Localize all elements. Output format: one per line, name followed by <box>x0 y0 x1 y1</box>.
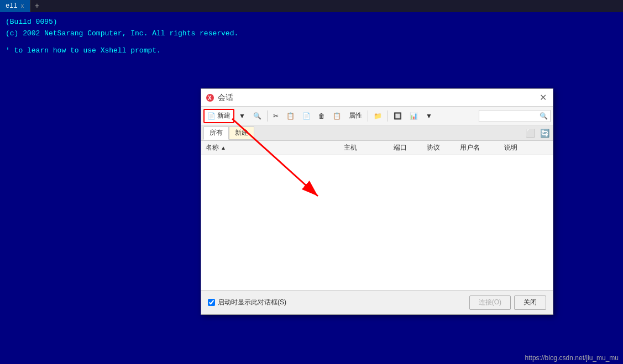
tabs-bar: 所有 新建 ⬜ 🔄 <box>201 125 553 141</box>
copy-button[interactable]: 📋 <box>283 109 298 123</box>
taskbar-tab[interactable]: ell x <box>0 0 30 12</box>
search-button[interactable]: 🔍 <box>250 109 265 123</box>
search-input[interactable] <box>481 112 540 120</box>
properties-button[interactable]: 属性 <box>345 109 365 123</box>
tab-add-button[interactable]: + <box>30 2 44 10</box>
list-icon: 📊 <box>410 112 418 120</box>
terminal-line-3: ' to learn how to use Xshell prompt. <box>6 45 238 57</box>
paste-button[interactable]: 📄 <box>299 109 314 123</box>
tab-new[interactable]: 新建 <box>229 126 254 140</box>
new-dropdown-button[interactable]: ▼ <box>235 109 249 123</box>
search-box: 🔍 <box>479 110 551 122</box>
close-session-button[interactable]: 关闭 <box>514 296 546 310</box>
dialog-titlebar: X 会话 ✕ <box>201 89 553 107</box>
tab-new-label: 新建 <box>235 128 248 138</box>
delete-button[interactable]: 🗑 <box>315 109 328 123</box>
cut-icon: ✂ <box>273 112 279 120</box>
new-session-button[interactable]: 📄 新建 <box>203 109 234 123</box>
connect-button[interactable]: 连接(O) <box>469 296 511 310</box>
dialog-footer: 启动时显示此对话框(S) 连接(O) 关闭 <box>201 290 553 314</box>
toolbar-sep-1 <box>267 110 268 122</box>
tabs-icon-button-1[interactable]: ⬜ <box>524 127 536 139</box>
startup-checkbox[interactable] <box>208 299 215 306</box>
session-dialog: X 会话 ✕ 📄 新建 ▼ 🔍 ✂ 📋 📄 🗑 <box>201 88 553 315</box>
tab-close-icon[interactable]: x <box>21 3 24 9</box>
cut-button[interactable]: ✂ <box>270 109 282 123</box>
tabs-refresh-button[interactable]: 🔄 <box>538 127 551 139</box>
duplicate-button[interactable]: 📋 <box>329 109 344 123</box>
dialog-close-button[interactable]: ✕ <box>537 92 548 103</box>
session-table: 名称 ▲ 主机 端口 协议 用户名 说明 <box>201 141 553 290</box>
toolbar-sep-2 <box>368 110 368 122</box>
delete-icon: 🗑 <box>318 112 325 120</box>
toolbar: 📄 新建 ▼ 🔍 ✂ 📋 📄 🗑 📋 属性 📁 <box>201 107 553 125</box>
col-name: 名称 ▲ <box>206 143 344 152</box>
new-button-label: 新建 <box>217 111 231 120</box>
grid-button[interactable]: 🔲 <box>390 109 405 123</box>
table-header: 名称 ▲ 主机 端口 协议 用户名 说明 <box>201 141 553 155</box>
new-button-icon: 📄 <box>207 112 216 120</box>
table-body <box>201 155 553 288</box>
svg-text:X: X <box>208 95 212 101</box>
dialog-title-text: 会话 <box>218 93 233 103</box>
properties-label: 属性 <box>349 111 362 120</box>
dialog-app-icon: X <box>206 93 214 102</box>
folder-button[interactable]: 📁 <box>370 109 385 123</box>
col-port: 端口 <box>394 143 427 152</box>
search-submit-icon[interactable]: 🔍 <box>540 112 548 120</box>
dialog-title-left: X 会话 <box>206 93 233 103</box>
terminal-line-2: (c) 2002 NetSarang Computer, Inc. All ri… <box>6 28 238 40</box>
tab-all[interactable]: 所有 <box>203 126 229 140</box>
paste-icon: 📄 <box>302 112 311 120</box>
refresh-icon: 🔄 <box>540 129 549 138</box>
dropdown-arrow-icon: ▼ <box>239 112 245 120</box>
tabs-icon-1: ⬜ <box>526 129 535 138</box>
tab-all-label: 所有 <box>210 128 223 138</box>
col-protocol: 协议 <box>427 143 460 152</box>
startup-label: 启动时显示此对话框(S) <box>218 298 286 307</box>
col-desc: 说明 <box>504 143 548 152</box>
tab-label: ell <box>6 2 18 10</box>
taskbar: ell x + <box>0 0 623 12</box>
view-dropdown-button[interactable]: ▼ <box>422 109 436 123</box>
folder-icon: 📁 <box>374 112 382 120</box>
copy-icon: 📋 <box>286 112 295 120</box>
url-bar: https://blog.csdn.net/jiu_mu_mu <box>521 352 623 364</box>
toolbar-sep-3 <box>388 110 388 122</box>
tabs-right-icons: ⬜ 🔄 <box>524 127 551 139</box>
terminal-output: (Build 0095) (c) 2002 NetSarang Computer… <box>0 14 244 59</box>
magnify-icon: 🔍 <box>253 112 261 120</box>
grid-icon: 🔲 <box>394 112 402 120</box>
col-host: 主机 <box>344 143 394 152</box>
terminal-line-1: (Build 0095) <box>6 17 238 28</box>
startup-checkbox-area: 启动时显示此对话框(S) <box>208 298 286 307</box>
list-button[interactable]: 📊 <box>406 109 421 123</box>
col-username: 用户名 <box>460 143 504 152</box>
duplicate-icon: 📋 <box>333 112 341 120</box>
url-text: https://blog.csdn.net/jiu_mu_mu <box>525 354 619 362</box>
view-arrow-icon: ▼ <box>426 112 432 120</box>
